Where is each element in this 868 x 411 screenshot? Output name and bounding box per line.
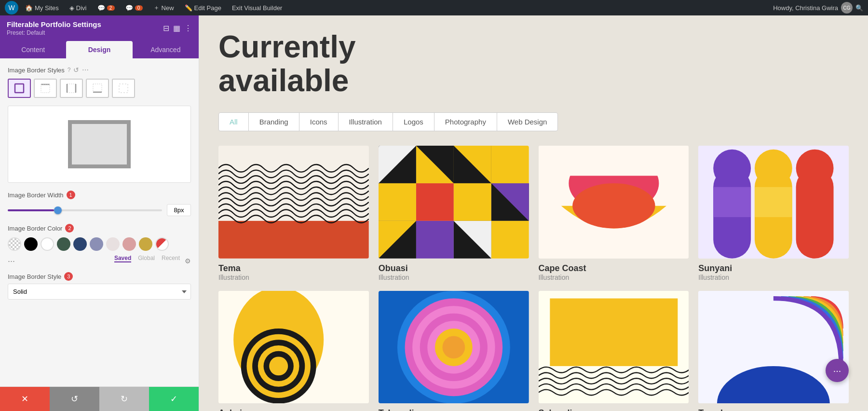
filter-tabs: All Branding Icons Illustration Logos Ph… bbox=[218, 112, 558, 131]
dots-button[interactable]: ··· bbox=[8, 256, 15, 266]
svg-rect-21 bbox=[416, 221, 454, 259]
portfolio-item-sekondi[interactable]: Sekondi Illustration bbox=[539, 291, 689, 411]
edit-page-button[interactable]: ✏️ Edit Page bbox=[181, 0, 225, 15]
color-swatch-custom[interactable] bbox=[155, 237, 169, 251]
portfolio-thumb-tamale bbox=[698, 291, 849, 404]
portfolio-item-obuasi[interactable]: Obuasi Illustration bbox=[379, 146, 529, 281]
portfolio-thumb-takoradi bbox=[379, 291, 529, 404]
item-name-sunyani: Sunyani bbox=[698, 263, 849, 274]
portfolio-item-takoradi[interactable]: Takoradi Illustration bbox=[379, 291, 529, 411]
svg-rect-41 bbox=[713, 187, 751, 217]
panel-footer: ✕ ↺ ↻ ✓ bbox=[0, 386, 199, 411]
user-menu[interactable]: Howdy, Christina Gwira CG 🔍 bbox=[773, 2, 863, 14]
home-icon: 🏠 bbox=[25, 4, 33, 12]
panel-title: Filterable Portfolio Settings bbox=[7, 20, 101, 28]
portfolio-thumb-sekondi bbox=[539, 291, 689, 404]
panel-header-icons: ⊟ ▦ ⋮ bbox=[163, 24, 192, 33]
svg-point-50 bbox=[269, 356, 288, 375]
svg-rect-10 bbox=[218, 221, 369, 259]
save-button[interactable]: ✓ bbox=[149, 387, 199, 411]
border-preview bbox=[8, 106, 191, 183]
svg-rect-6 bbox=[93, 84, 102, 92]
panel-tabs: Content Design Advanced bbox=[0, 41, 199, 58]
border-top-button[interactable] bbox=[34, 79, 57, 98]
portfolio-item-ashaiman[interactable]: Ashaiman Illustration bbox=[218, 291, 369, 411]
portfolio-item-tema[interactable]: Tema Illustration bbox=[218, 146, 369, 281]
wp-logo-icon[interactable]: W bbox=[5, 1, 18, 14]
my-sites-menu[interactable]: 🏠 My Sites bbox=[21, 0, 63, 15]
portfolio-item-cape-coast[interactable]: Cape Coast Illustration bbox=[539, 146, 689, 281]
new-menu[interactable]: ＋ New bbox=[149, 0, 178, 15]
border-width-label: Image Border Width 1 bbox=[8, 191, 191, 199]
item-cat-tema: Illustration bbox=[218, 274, 369, 281]
preset-label[interactable]: Preset: Default bbox=[7, 29, 101, 36]
settings-panel: Filterable Portfolio Settings Preset: De… bbox=[0, 15, 199, 411]
fab-button[interactable]: ··· bbox=[826, 359, 849, 382]
filter-tab-logos[interactable]: Logos bbox=[393, 113, 434, 131]
border-bottom-button[interactable] bbox=[86, 79, 109, 98]
comments-menu[interactable]: 💬 2 bbox=[94, 0, 119, 15]
color-tab-saved[interactable]: Saved bbox=[114, 255, 131, 262]
svg-point-58 bbox=[442, 336, 465, 358]
tab-design[interactable]: Design bbox=[66, 41, 132, 58]
item-cat-cape-coast: Illustration bbox=[539, 274, 689, 281]
filter-tab-illustration[interactable]: Illustration bbox=[339, 113, 393, 131]
tab-advanced[interactable]: Advanced bbox=[133, 41, 199, 58]
color-swatch-lavender[interactable] bbox=[90, 237, 103, 251]
howdy-text: Howdy, Christina Gwira bbox=[773, 4, 838, 12]
split-view-icon[interactable]: ⊟ bbox=[163, 24, 169, 33]
color-swatch-pink-light[interactable] bbox=[106, 237, 120, 251]
portfolio-item-tamale[interactable]: Tamale Illustration bbox=[698, 291, 849, 411]
color-settings-icon[interactable]: ⚙ bbox=[185, 257, 191, 265]
panel-header: Filterable Portfolio Settings Preset: De… bbox=[0, 15, 199, 41]
more-icon[interactable]: ⋯ bbox=[82, 66, 89, 74]
undo-button[interactable]: ↺ bbox=[50, 387, 99, 411]
filter-tab-photography[interactable]: Photography bbox=[434, 113, 497, 131]
preview-inner bbox=[68, 120, 131, 168]
tab-content[interactable]: Content bbox=[0, 41, 66, 58]
svg-rect-0 bbox=[15, 84, 24, 93]
color-swatch-gold[interactable] bbox=[139, 237, 152, 251]
comment-icon: 💬 bbox=[97, 4, 105, 12]
filter-tab-all[interactable]: All bbox=[219, 113, 249, 131]
search-icon[interactable]: 🔍 bbox=[855, 4, 863, 12]
help-icon[interactable]: ? bbox=[68, 67, 71, 73]
svg-rect-16 bbox=[379, 183, 416, 221]
portfolio-item-sunyani[interactable]: Sunyani Illustration bbox=[698, 146, 849, 281]
border-style-select[interactable]: None Solid Dashed Dotted Double bbox=[8, 284, 191, 300]
color-swatch-pink[interactable] bbox=[122, 237, 136, 251]
redo-button[interactable]: ↻ bbox=[99, 387, 149, 411]
exit-builder-button[interactable]: Exit Visual Builder bbox=[228, 0, 286, 15]
color-swatch-white[interactable] bbox=[41, 237, 54, 251]
color-swatches bbox=[8, 237, 191, 251]
color-swatch-transparent[interactable] bbox=[8, 237, 21, 251]
color-swatch-black[interactable] bbox=[24, 237, 38, 251]
color-tab-recent[interactable]: Recent bbox=[162, 255, 180, 262]
svg-rect-2 bbox=[41, 84, 50, 93]
cancel-button[interactable]: ✕ bbox=[0, 387, 50, 411]
item-cat-obuasi: Illustration bbox=[379, 274, 529, 281]
reset-icon[interactable]: ↺ bbox=[73, 66, 79, 74]
more-options-icon[interactable]: ⋮ bbox=[184, 24, 192, 33]
svg-point-38 bbox=[713, 150, 751, 187]
filter-tab-icons[interactable]: Icons bbox=[299, 113, 339, 131]
divi-menu[interactable]: ◈ Divi bbox=[66, 0, 91, 15]
item-name-tema: Tema bbox=[218, 263, 369, 274]
border-none-button[interactable] bbox=[112, 79, 135, 98]
border-width-value[interactable]: 8px bbox=[167, 204, 191, 216]
color-tab-global[interactable]: Global bbox=[138, 255, 155, 262]
border-sides-button[interactable] bbox=[60, 79, 83, 98]
comment-count2[interactable]: 💬 0 bbox=[122, 0, 147, 15]
slider-thumb[interactable] bbox=[54, 206, 62, 214]
svg-rect-23 bbox=[491, 221, 529, 259]
filter-tab-branding[interactable]: Branding bbox=[249, 113, 299, 131]
speech-icon: 💬 bbox=[125, 4, 133, 12]
portfolio-thumb-sunyani bbox=[698, 146, 849, 259]
color-swatch-green[interactable] bbox=[57, 237, 70, 251]
border-full-button[interactable] bbox=[8, 79, 31, 98]
border-width-slider[interactable] bbox=[8, 209, 162, 211]
filter-tab-webdesign[interactable]: Web Design bbox=[497, 113, 557, 131]
slider-fill bbox=[8, 209, 54, 211]
color-swatch-blue[interactable] bbox=[73, 237, 87, 251]
grid-icon[interactable]: ▦ bbox=[173, 24, 180, 33]
